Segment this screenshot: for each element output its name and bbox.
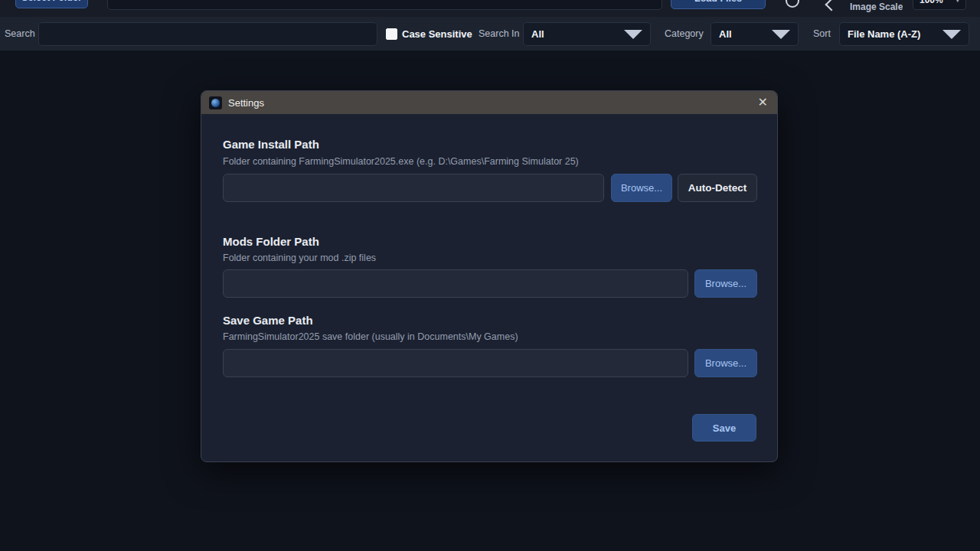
case-sensitive-label: Case Sensitive bbox=[402, 17, 472, 51]
search-input[interactable] bbox=[38, 22, 377, 46]
search-in-dropdown[interactable]: All bbox=[523, 22, 651, 46]
auto-detect-button[interactable]: Auto-Detect bbox=[678, 174, 757, 202]
close-icon[interactable]: ✕ bbox=[758, 96, 768, 109]
app-window: Select Folder Load Files Image Scale 100… bbox=[0, 0, 980, 551]
select-folder-button[interactable]: Select Folder bbox=[15, 0, 88, 8]
filter-bar: Search Case Sensitive Search In All Cate… bbox=[0, 17, 980, 51]
load-files-button[interactable]: Load Files bbox=[671, 0, 766, 9]
case-sensitive-checkbox[interactable] bbox=[386, 28, 397, 40]
sort-dropdown[interactable]: File Name (A-Z) bbox=[839, 22, 969, 46]
game-install-browse-button[interactable]: Browse... bbox=[611, 174, 672, 202]
app-icon bbox=[209, 96, 222, 109]
image-scale-select[interactable]: 100% ▾ bbox=[913, 0, 966, 10]
search-label: Search bbox=[5, 17, 35, 51]
spinner-arrows-icon[interactable]: ▾ bbox=[956, 0, 959, 3]
settings-dialog: Settings ✕ Game Install Path Folder cont… bbox=[201, 90, 778, 462]
mods-folder-path-heading: Mods Folder Path bbox=[223, 235, 319, 248]
search-in-value: All bbox=[531, 28, 544, 40]
save-game-path-heading: Save Game Path bbox=[223, 314, 313, 327]
mods-folder-browse-button[interactable]: Browse... bbox=[694, 269, 757, 298]
category-label: Category bbox=[665, 17, 704, 51]
category-dropdown[interactable]: All bbox=[710, 22, 799, 46]
save-game-browse-button[interactable]: Browse... bbox=[694, 349, 757, 377]
chevron-down-icon bbox=[772, 30, 790, 39]
game-install-path-input[interactable] bbox=[223, 174, 604, 202]
mods-folder-path-hint: Folder containing your mod .zip files bbox=[223, 253, 376, 263]
sort-label: Sort bbox=[813, 17, 831, 51]
category-value: All bbox=[719, 28, 732, 40]
chevron-down-icon bbox=[624, 30, 642, 39]
save-game-path-hint: FarmingSimulator2025 save folder (usuall… bbox=[223, 331, 518, 342]
circle-icon[interactable] bbox=[786, 0, 799, 8]
mods-folder-path-input[interactable] bbox=[223, 269, 688, 298]
save-button[interactable]: Save bbox=[692, 414, 756, 442]
image-scale-label: Image Scale bbox=[850, 2, 903, 12]
dialog-titlebar[interactable]: Settings ✕ bbox=[201, 91, 777, 114]
chevron-icon[interactable] bbox=[825, 0, 838, 11]
top-toolbar: Select Folder Load Files Image Scale 100… bbox=[0, 0, 980, 17]
game-install-path-heading: Game Install Path bbox=[223, 138, 319, 151]
folder-path-input[interactable] bbox=[107, 0, 662, 10]
image-scale-value: 100% bbox=[920, 0, 943, 5]
game-install-path-hint: Folder containing FarmingSimulator2025.e… bbox=[223, 156, 579, 167]
save-game-path-input[interactable] bbox=[223, 349, 688, 377]
chevron-down-icon bbox=[942, 30, 961, 39]
search-in-label: Search In bbox=[479, 17, 520, 51]
sort-value: File Name (A-Z) bbox=[848, 28, 920, 40]
dialog-title: Settings bbox=[228, 97, 264, 109]
